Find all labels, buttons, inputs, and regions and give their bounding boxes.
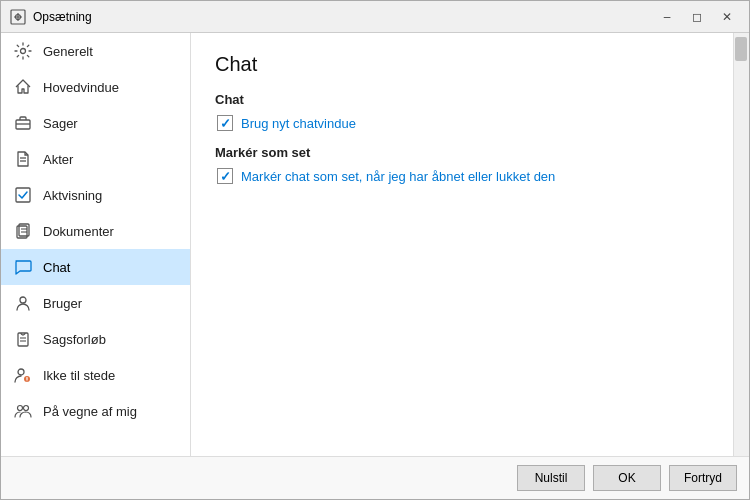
checkbox-label-mark-chat-as-seen[interactable]: Markér chat som set, når jeg har åbnet e… (241, 169, 555, 184)
sidebar-label-aktvisning: Aktvisning (43, 188, 102, 203)
ok-button[interactable]: OK (593, 465, 661, 491)
sidebar-label-generelt: Generelt (43, 44, 93, 59)
sidebar-item-bruger[interactable]: Bruger (1, 285, 190, 321)
sidebar-item-hovedvindue[interactable]: Hovedvindue (1, 69, 190, 105)
fortryd-button[interactable]: Fortryd (669, 465, 737, 491)
sidebar-item-dokumenter[interactable]: Dokumenter (1, 213, 190, 249)
title-bar: Opsætning – ◻ ✕ (1, 1, 749, 33)
sidebar-item-generelt[interactable]: Generelt (1, 33, 190, 69)
sidebar-label-sagsforloeb: Sagsforløb (43, 332, 106, 347)
content-area: Generelt Hovedvindue (1, 33, 749, 456)
close-button[interactable]: ✕ (713, 6, 741, 28)
sidebar-label-bruger: Bruger (43, 296, 82, 311)
document-icon (13, 149, 33, 169)
page-title: Chat (215, 53, 717, 76)
sidebar-label-dokumenter: Dokumenter (43, 224, 114, 239)
svg-point-19 (27, 380, 28, 381)
sidebar-label-sager: Sager (43, 116, 78, 131)
settings-window: Opsætning – ◻ ✕ Generelt (0, 0, 750, 500)
svg-point-2 (21, 49, 26, 54)
checkbox-mark-chat-as-seen[interactable]: ✓ (217, 168, 233, 184)
checkbox-new-chat-window[interactable]: ✓ (217, 115, 233, 131)
sidebar-label-ikke-til-stede: Ikke til stede (43, 368, 115, 383)
sidebar-label-akter: Akter (43, 152, 73, 167)
documents-icon (13, 221, 33, 241)
chat-icon (13, 257, 33, 277)
user-away-icon (13, 365, 33, 385)
main-content: Chat Chat ✓ Brug nyt chatvindue Markér s… (191, 33, 749, 456)
checkbox-row-mark-chat-as-seen: ✓ Markér chat som set, når jeg har åbnet… (217, 168, 717, 184)
svg-point-20 (18, 406, 23, 411)
user-icon (13, 293, 33, 313)
clipboard-icon (13, 329, 33, 349)
window-title: Opsætning (33, 10, 653, 24)
scrollbar-thumb (735, 37, 747, 61)
sidebar-label-chat: Chat (43, 260, 70, 275)
section-title-chat: Chat (215, 92, 717, 107)
user-group-icon (13, 401, 33, 421)
svg-rect-7 (16, 188, 30, 202)
sidebar-label-paa-vegne-af-mig: På vegne af mig (43, 404, 137, 419)
sidebar-item-sager[interactable]: Sager (1, 105, 190, 141)
minimize-button[interactable]: – (653, 6, 681, 28)
sidebar-item-akter[interactable]: Akter (1, 141, 190, 177)
svg-point-12 (20, 297, 26, 303)
sidebar-item-paa-vegne-af-mig[interactable]: På vegne af mig (1, 393, 190, 429)
footer: Nulstil OK Fortryd (1, 456, 749, 499)
sidebar-item-sagsforloeb[interactable]: Sagsforløb (1, 321, 190, 357)
checkmark-new-chat-window: ✓ (220, 117, 231, 130)
briefcase-icon (13, 113, 33, 133)
gear-icon (13, 41, 33, 61)
sidebar-item-ikke-til-stede[interactable]: Ikke til stede (1, 357, 190, 393)
checkmark-mark-chat-as-seen: ✓ (220, 170, 231, 183)
home-icon (13, 77, 33, 97)
sidebar: Generelt Hovedvindue (1, 33, 191, 456)
sidebar-item-aktvisning[interactable]: Aktvisning (1, 177, 190, 213)
checkbox-label-new-chat-window[interactable]: Brug nyt chatvindue (241, 116, 356, 131)
sidebar-item-chat[interactable]: Chat (1, 249, 190, 285)
svg-point-16 (18, 369, 24, 375)
sidebar-label-hovedvindue: Hovedvindue (43, 80, 119, 95)
window-controls: – ◻ ✕ (653, 6, 741, 28)
maximize-button[interactable]: ◻ (683, 6, 711, 28)
app-icon (9, 8, 27, 26)
nulstil-button[interactable]: Nulstil (517, 465, 585, 491)
check-icon (13, 185, 33, 205)
svg-point-21 (24, 406, 29, 411)
section-title-marker-som-set: Markér som set (215, 145, 717, 160)
checkbox-row-new-chat-window: ✓ Brug nyt chatvindue (217, 115, 717, 131)
scrollbar[interactable] (733, 33, 749, 456)
